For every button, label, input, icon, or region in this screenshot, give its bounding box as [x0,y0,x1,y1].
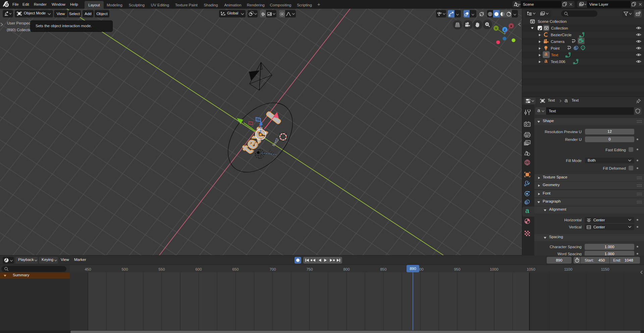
svg-text:1150: 1150 [601,267,609,271]
svg-text:1050: 1050 [527,267,535,271]
svg-text:950: 950 [454,267,460,271]
svg-text:450: 450 [85,267,91,271]
svg-text:1000: 1000 [490,267,498,271]
svg-text:800: 800 [343,267,350,271]
svg-text:550: 550 [158,267,165,271]
svg-text:750: 750 [306,267,313,271]
svg-text:1100: 1100 [564,267,573,271]
svg-text:Z: Z [504,28,506,32]
svg-text:600: 600 [195,267,202,271]
svg-text:700: 700 [269,267,276,271]
svg-text:650: 650 [232,267,238,271]
svg-text:500: 500 [121,267,128,271]
svg-text:850: 850 [380,267,386,271]
svg-text:Y: Y [495,26,497,30]
svg-text:X: X [510,24,513,28]
